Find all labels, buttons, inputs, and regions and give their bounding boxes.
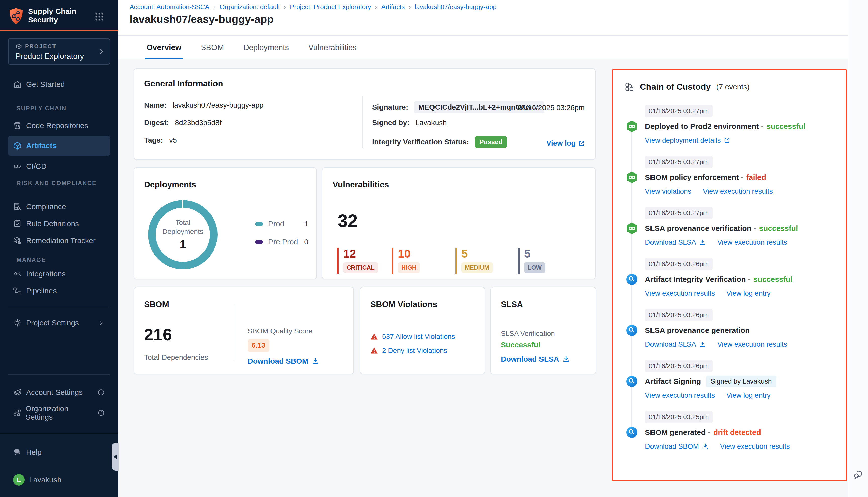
download-sbom-link[interactable]: Download SBOM [248, 357, 319, 365]
signed-by-value: Lavakush [416, 118, 447, 127]
allow-list-violations-link[interactable]: 637 Allow list Violations [382, 333, 455, 341]
breadcrumb-artifacts[interactable]: Artifacts [381, 3, 405, 11]
legend-label: Pre Prod [268, 238, 298, 246]
breadcrumb-account[interactable]: Account: Automation-SSCA [130, 3, 209, 11]
deny-list-violations-link[interactable]: 2 Deny list Violations [382, 346, 447, 355]
view-log-link[interactable]: View log [546, 139, 585, 147]
deployments-legend: Prod 1 Pre Prod 0 [255, 219, 308, 256]
download-sbom-label: Download SBOM [248, 357, 308, 365]
sidebar-item-organization-settings[interactable]: Organization Settings [8, 403, 110, 423]
link-label: View execution results [645, 289, 715, 298]
deployments-donut-chart: TotalDeployments 1 [148, 200, 217, 269]
event-title: SLSA provenance generation [645, 326, 750, 335]
donut-center-label: Total [162, 218, 203, 227]
donut-center-label: Deployments [162, 227, 203, 236]
sbom-violations-card: SBOM Violations 637 Allow list Violation… [360, 287, 485, 374]
event-status: successful [759, 224, 798, 233]
view-execution-results-link[interactable]: View execution results [703, 187, 773, 196]
sidebar-item-remediation-tracker[interactable]: Remediation Tracker [8, 231, 110, 251]
sidebar-item-get-started[interactable]: Get Started [8, 74, 110, 95]
project-label: PROJECT [25, 43, 57, 50]
page-header: Account: Automation-SSCA › Organization:… [118, 0, 868, 36]
tab-vulnerabilities[interactable]: Vulnerabilities [307, 37, 358, 59]
remediation-cube-icon [13, 237, 21, 245]
home-icon [13, 80, 21, 89]
artifact-digest: 8d23bd3b5d8f [175, 118, 221, 127]
sidebar-item-help[interactable]: ? Help [8, 442, 110, 462]
clipboard-check-icon [13, 219, 21, 228]
download-slsa-link[interactable]: Download SLSA [501, 355, 570, 363]
download-slsa-link[interactable]: Download SLSA [645, 239, 706, 246]
chevron-right-icon [97, 47, 105, 56]
info-icon[interactable] [98, 409, 105, 416]
warning-triangle-icon [371, 333, 378, 340]
breadcrumb-project[interactable]: Project: Product Exploratory [290, 3, 371, 11]
breadcrumb-current[interactable]: lavakush07/easy-buggy-app [415, 3, 496, 11]
link-label: View execution results [717, 239, 787, 246]
sidebar-item-account-settings[interactable]: Account Settings [8, 382, 110, 402]
general-information-card: General Information Name:lavakush07/easy… [134, 68, 596, 160]
avatar: L [13, 474, 25, 486]
sidebar-section-supply-chain: SUPPLY CHAIN [17, 105, 67, 112]
view-execution-results-link[interactable]: View execution results [717, 340, 787, 349]
download-slsa-link[interactable]: Download SLSA [645, 340, 706, 349]
view-execution-results-link[interactable]: View execution results [720, 442, 790, 451]
artifact-name: lavakush07/easy-buggy-app [173, 101, 264, 109]
severity-count: 5 [461, 248, 518, 259]
column-divider [362, 96, 363, 148]
sidebar-section-manage: MANAGE [17, 257, 46, 263]
org-gear-icon [13, 409, 21, 417]
scan-circle-icon [626, 324, 638, 337]
severity-badge: CRITICAL [343, 262, 378, 273]
breadcrumb-organization[interactable]: Organization: default [219, 3, 280, 11]
sidebar-item-cicd[interactable]: CI/CD [8, 156, 110, 176]
module-grid-icon[interactable] [95, 12, 104, 21]
user-menu[interactable]: L Lavakush [8, 470, 110, 490]
download-sbom-link[interactable]: Download SBOM [645, 442, 709, 451]
project-selector[interactable]: PROJECT Product Exploratory [8, 38, 110, 65]
legend-label: Prod [268, 219, 284, 228]
event-timestamp: 01/16/2025 03:26pm [645, 258, 712, 270]
view-execution-results-link[interactable]: View execution results [645, 392, 715, 399]
sidebar-item-label: Rule Definitions [26, 219, 79, 228]
severity-count: 12 [343, 248, 392, 259]
view-log-entry-link[interactable]: View log entry [726, 392, 770, 399]
sidebar-divider [8, 374, 110, 375]
custody-event-sbom-generated: 01/16/2025 03:25pm SBOM generated - drif… [626, 411, 838, 451]
view-violations-link[interactable]: View violations [645, 187, 692, 196]
tab-sbom[interactable]: SBOM [199, 37, 225, 59]
custody-event-deployed: 01/16/2025 03:27pm Deployed to Prod2 env… [626, 105, 838, 144]
view-execution-results-link[interactable]: View execution results [717, 239, 787, 246]
sidebar-item-label: Compliance [26, 202, 66, 211]
card-title: SBOM Violations [371, 299, 437, 309]
sidebar-item-code-repositories[interactable]: Code Repositories [8, 116, 110, 136]
view-deployment-details-link[interactable]: View deployment details [645, 137, 730, 144]
sidebar-header: Supply Chain Security [0, 0, 118, 30]
scan-circle-icon [626, 375, 638, 387]
scan-circle-icon [626, 273, 638, 285]
tab-deployments[interactable]: Deployments [242, 37, 290, 59]
sidebar-item-project-settings[interactable]: Project Settings [8, 313, 110, 333]
link-label: View deployment details [645, 137, 721, 144]
sidebar-item-pipelines[interactable]: Pipelines [8, 281, 110, 301]
slsa-verification-status: Successful [501, 341, 540, 349]
sidebar-collapse-handle[interactable] [112, 443, 118, 471]
sidebar-item-artifacts[interactable]: Artifacts [8, 136, 110, 156]
signed-by-badge: Signed by Lavakush [706, 375, 776, 387]
severity-count: 5 [524, 248, 578, 259]
app-title: Supply Chain Security [28, 7, 76, 24]
scan-circle-icon [626, 426, 638, 438]
view-execution-results-link[interactable]: View execution results [645, 289, 715, 298]
tab-overview[interactable]: Overview [145, 37, 183, 59]
severity-badge: MEDIUM [461, 262, 493, 273]
chat-bubbles-icon[interactable] [853, 469, 865, 480]
view-log-entry-link[interactable]: View log entry [726, 289, 770, 298]
breadcrumb-separator: › [284, 3, 286, 11]
signed-by-label: Signed by: [372, 118, 409, 127]
info-icon[interactable] [98, 389, 105, 396]
sbom-quality-label: SBOM Quality Score [248, 327, 313, 335]
sidebar-item-label: Account Settings [26, 388, 83, 397]
sidebar: Supply Chain Security PROJECT Product Ex… [0, 0, 118, 497]
custody-timeline: 01/16/2025 03:27pm Deployed to Prod2 env… [626, 105, 838, 462]
severity-badge: LOW [524, 262, 545, 273]
